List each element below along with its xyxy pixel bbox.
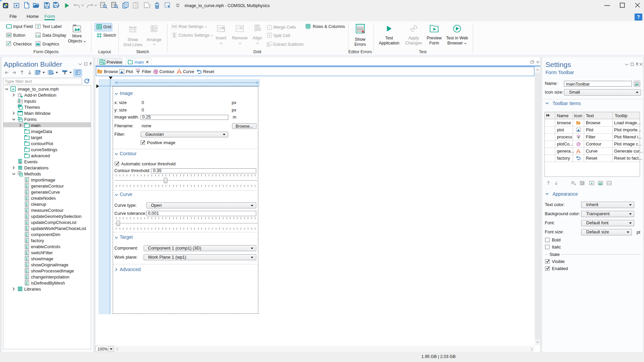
svg-text:OK: OK xyxy=(7,34,11,37)
svg-text:1.23: 1.23 xyxy=(131,29,135,32)
svg-text:1.23: 1.23 xyxy=(36,35,40,37)
svg-text:A: A xyxy=(12,87,14,91)
svg-text:T: T xyxy=(37,25,39,28)
